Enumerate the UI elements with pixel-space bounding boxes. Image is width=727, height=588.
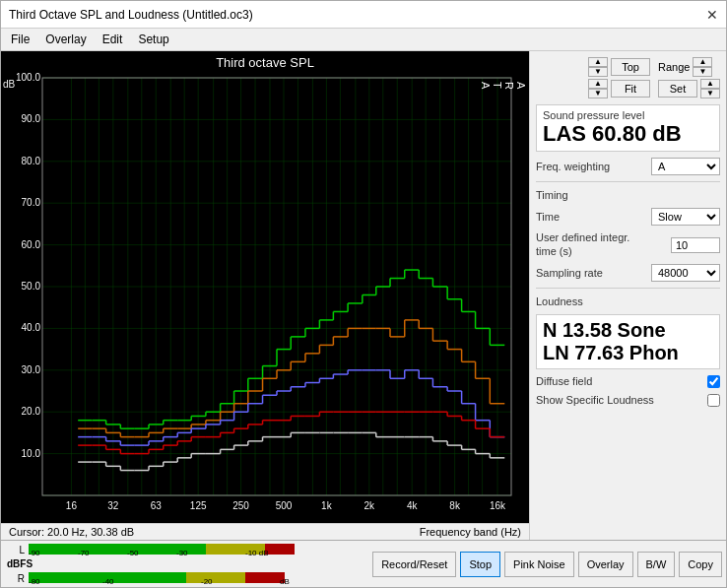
meter-svg-bottom: -80 -40 -20 dB (29, 571, 314, 585)
title-bar: Third Octave SPL and Loudness (Untitled.… (1, 1, 726, 29)
sampling-rate-label: Sampling rate (536, 267, 603, 279)
divider-2 (536, 288, 720, 289)
close-button[interactable]: ✕ (706, 8, 718, 22)
cursor-text: Cursor: 20.0 Hz, 30.38 dB (9, 526, 134, 538)
top-fit-group: ▲ ▼ Top ▲ ▼ Fit (588, 57, 650, 98)
menu-setup[interactable]: Setup (132, 31, 174, 48)
pink-noise-btn[interactable]: Pink Noise (504, 552, 574, 577)
meter-svg-top: -90 -70 -50 -30 -10 dB (29, 543, 314, 556)
chart-title: Third octave SPL (1, 51, 529, 72)
freq-weighting-select[interactable]: A B C Z (651, 158, 720, 175)
right-label: R (5, 573, 25, 584)
menu-edit[interactable]: Edit (97, 31, 129, 48)
sampling-rate-row: Sampling rate 44100 48000 96000 (536, 264, 720, 282)
freq-weighting-row: Freq. weighting A B C Z (536, 158, 720, 175)
left-label: L (5, 545, 25, 555)
meter-section: L -90 -70 -50 -30 (1, 541, 368, 587)
meter-row-left: L -90 -70 -50 -30 (5, 543, 364, 556)
set-button[interactable]: Set (658, 80, 697, 98)
copy-btn[interactable]: Copy (679, 552, 722, 577)
spl-label: Sound pressure level (543, 109, 713, 121)
range-label: Range (658, 61, 690, 73)
time-label: Time (536, 211, 560, 223)
diffuse-field-label: Diffuse field (536, 375, 592, 387)
show-specific-row: Show Specific Loudness (536, 394, 720, 407)
meter-bar-right: -80 -40 -20 dB (29, 571, 364, 585)
svg-text:-50: -50 (127, 549, 139, 556)
menu-overlay[interactable]: Overlay (39, 31, 92, 48)
freq-band-text: Frequency band (Hz) (420, 526, 521, 538)
top-up-btn[interactable]: ▲ (588, 57, 608, 67)
timing-label: Timing (536, 188, 720, 202)
svg-text:-90: -90 (29, 549, 40, 556)
diffuse-field-row: Diffuse field (536, 375, 720, 388)
chart-canvas (1, 72, 529, 523)
arta-label: ARTA (480, 82, 527, 92)
svg-text:-10 dB: -10 dB (245, 549, 269, 556)
top-button[interactable]: Top (611, 58, 650, 76)
diffuse-field-checkbox[interactable] (707, 375, 720, 388)
fit-down-btn[interactable]: ▼ (588, 89, 608, 98)
loudness-label: Loudness (536, 294, 720, 308)
loudness-ln: LN 77.63 Phon (543, 342, 713, 364)
range-up-btn[interactable]: ▲ (693, 57, 712, 67)
fit-up-btn[interactable]: ▲ (588, 79, 608, 89)
svg-text:-70: -70 (78, 549, 90, 556)
spl-section: Sound pressure level LAS 60.80 dB (536, 104, 720, 152)
sampling-rate-select[interactable]: 44100 48000 96000 (651, 264, 720, 282)
main-window: Third Octave SPL and Loudness (Untitled.… (0, 0, 727, 588)
svg-text:dB: dB (280, 577, 290, 585)
svg-text:-20: -20 (201, 577, 213, 585)
top-spinners: ▲ ▼ Top ▲ ▼ Fit (588, 57, 650, 98)
time-row: Time Slow Fast Impulse (536, 208, 720, 226)
chart-info-bar: Cursor: 20.0 Hz, 30.38 dB Frequency band… (1, 523, 529, 540)
range-set-group: Range ▲ ▼ Set ▲ ▼ (658, 57, 720, 98)
chart-canvas-wrap: ARTA (1, 72, 529, 523)
meter-row-right: R -80 -40 -20 dB (5, 571, 364, 585)
svg-rect-2 (265, 544, 295, 555)
bottom-bar: L -90 -70 -50 -30 (1, 540, 726, 587)
divider-1 (536, 181, 720, 182)
bw-btn[interactable]: B/W (637, 552, 676, 577)
set-down-btn[interactable]: ▼ (700, 89, 720, 98)
range-down-btn[interactable]: ▼ (693, 67, 712, 77)
overlay-btn[interactable]: Overlay (578, 552, 633, 577)
top-down-btn[interactable]: ▼ (588, 67, 608, 77)
record-reset-btn[interactable]: Record/Reset (372, 552, 456, 577)
spl-value: LAS 60.80 dB (543, 121, 713, 147)
show-specific-label: Show Specific Loudness (536, 394, 654, 406)
dbfs-label: dBFS (7, 558, 33, 569)
svg-rect-10 (245, 572, 285, 583)
user-integr-row: User defined integr. time (s) (536, 231, 720, 257)
loudness-section: N 13.58 Sone LN 77.63 Phon (536, 314, 720, 369)
chart-area: Third octave SPL ARTA Cursor: 20.0 Hz, 3… (1, 51, 529, 540)
meter-bar-left: -90 -70 -50 -30 -10 dB (29, 543, 364, 556)
set-up-btn[interactable]: ▲ (700, 79, 720, 89)
freq-weighting-label: Freq. weighting (536, 161, 610, 172)
svg-rect-9 (186, 572, 245, 583)
svg-text:-40: -40 (102, 577, 114, 585)
right-panel: ▲ ▼ Top ▲ ▼ Fit (529, 51, 726, 540)
svg-text:-80: -80 (29, 577, 40, 585)
main-area: Third octave SPL ARTA Cursor: 20.0 Hz, 3… (1, 51, 726, 540)
menu-file[interactable]: File (5, 31, 35, 48)
time-select[interactable]: Slow Fast Impulse (651, 208, 720, 226)
show-specific-checkbox[interactable] (707, 394, 720, 407)
window-title: Third Octave SPL and Loudness (Untitled.… (9, 8, 253, 22)
menu-bar: File Overlay Edit Setup (1, 29, 726, 51)
btn-section: Record/Reset Stop Pink Noise Overlay B/W… (368, 541, 726, 587)
loudness-n: N 13.58 Sone (543, 319, 713, 342)
top-controls: ▲ ▼ Top ▲ ▼ Fit (536, 57, 720, 98)
stop-btn[interactable]: Stop (460, 552, 500, 577)
fit-button[interactable]: Fit (611, 80, 650, 98)
user-integr-label: User defined integr. time (s) (536, 231, 634, 257)
svg-text:-30: -30 (176, 549, 188, 556)
user-integr-input[interactable] (671, 237, 720, 253)
